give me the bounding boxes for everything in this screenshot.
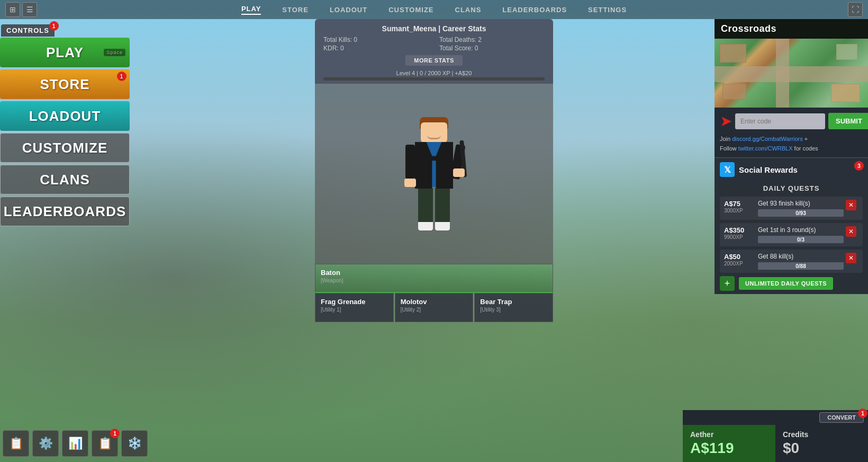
unlimited-quests-button[interactable]: UNLIMITED DAILY QUESTS: [739, 277, 833, 290]
menu-icon[interactable]: ☰: [22, 2, 37, 17]
quest-2-desc: Get 1st in 3 round(s): [758, 226, 844, 234]
code-submit-button[interactable]: SUBMIT: [828, 113, 868, 129]
quest-2-reward: A$350: [724, 226, 756, 234]
nav-play[interactable]: PLAY: [241, 5, 261, 15]
char-right-foot: [435, 222, 450, 230]
char-left-arm: [405, 145, 415, 179]
quest-3-close-button[interactable]: ✕: [846, 253, 856, 263]
total-score: Total Score: 0: [439, 45, 545, 52]
quest-1-progress-bar: 0/93: [758, 209, 844, 217]
quest-2-details: Get 1st in 3 round(s) 0/3: [758, 226, 844, 243]
map-building-1: [720, 44, 746, 63]
settings-icon[interactable]: ⚙️: [32, 430, 59, 457]
nav-clans[interactable]: CLANS: [455, 6, 482, 14]
top-nav-right-icons: ⛶: [848, 2, 863, 17]
aether-label: Aether: [690, 430, 768, 439]
more-stats-button[interactable]: MORE STATS: [405, 55, 462, 66]
loadout-badge: 1: [110, 429, 120, 438]
char-smile: [427, 135, 441, 139]
weapon-slot-main[interactable]: Baton [Weapon]: [315, 264, 553, 293]
join-text: Join: [720, 136, 732, 142]
map-building-2: [836, 44, 857, 60]
kdr: KDR: 0: [323, 45, 429, 52]
quest-3-xp: 2000XP: [724, 261, 756, 266]
utility-slot-3[interactable]: Bear Trap [Utility 3]: [474, 293, 553, 322]
quest-2-reward-area: A$350 9900XP: [724, 226, 756, 240]
utility2-name: Molotov: [401, 298, 468, 306]
code-area: ➤ SUBMIT: [715, 108, 868, 132]
map-image: [715, 39, 868, 108]
social-rewards-badge: 3: [854, 161, 864, 171]
play-button[interactable]: PLAY Space: [0, 38, 130, 67]
stats-grid: Total Kills: 0 Total Deaths: 2 KDR: 0 To…: [323, 36, 545, 52]
leaderboards-button[interactable]: LEADERBOARDS: [0, 197, 130, 226]
top-nav: ⊞ ☰ PLAY STORE LOADOUT CUSTOMIZE CLANS L…: [0, 0, 868, 19]
clans-button[interactable]: CLANS: [0, 165, 130, 194]
for-codes-text: for codes: [793, 145, 818, 152]
store-badge: 1: [117, 72, 126, 81]
utility1-name: Frag Grenade: [321, 298, 388, 306]
currency-row: Aether A$119 Credits $0: [683, 425, 868, 462]
store-button[interactable]: STORE 1: [0, 69, 130, 99]
char-right-leg: [435, 188, 450, 230]
controls-label: CONTROLS 1: [1, 24, 55, 37]
nav-loadout[interactable]: LOADOUT: [330, 6, 367, 14]
char-right-hand: [453, 168, 465, 177]
daily-quests: DAILY QUESTS A$75 3000XP Get 93 finish k…: [715, 181, 868, 294]
nav-store[interactable]: STORE: [282, 6, 309, 14]
right-panel: Crossroads ➤ SUBMIT Join discord.gg/Comb…: [715, 19, 868, 294]
add-quest-button[interactable]: +: [720, 276, 735, 291]
credits-box: Credits $0: [775, 425, 868, 462]
roblox-icon[interactable]: ⊞: [5, 2, 20, 17]
loadout-button[interactable]: LOADOUT: [0, 101, 130, 131]
loadout-icon-btn[interactable]: 📋 1: [92, 430, 118, 457]
top-nav-left-icons: ⊞ ☰: [5, 2, 37, 17]
convert-badge: 1: [858, 408, 867, 418]
controls-badge: 1: [49, 21, 59, 31]
daily-quests-title: DAILY QUESTS: [720, 184, 863, 192]
quest-2-xp: 9900XP: [724, 234, 756, 240]
nav-leaderboards[interactable]: LEADERBOARDS: [502, 6, 567, 14]
quest-1-close-button[interactable]: ✕: [846, 200, 856, 210]
utility2-type: [Utility 2]: [401, 307, 468, 313]
social-rewards-title: Social Rewards: [739, 165, 798, 174]
quest-3-reward: A$50: [724, 253, 756, 261]
utility-slot-2[interactable]: Molotov [Utility 2]: [395, 293, 474, 322]
discord-link[interactable]: discord.gg/CombatWarriors: [732, 136, 802, 142]
twitter-link[interactable]: twitter.com/CWRBLX: [738, 145, 793, 152]
map-preview: Crossroads: [715, 19, 868, 108]
map-road-h: [715, 66, 868, 82]
level-info: Level 4 | 0 / 2000 XP | +A$20: [396, 70, 472, 76]
weapon-type: [Weapon]: [321, 278, 547, 283]
stats-header: Sumant_Meena | Career Stats Total Kills:…: [315, 19, 553, 84]
code-input[interactable]: [735, 113, 825, 129]
convert-area: CONVERT 1: [683, 410, 868, 425]
snowflake-icon[interactable]: ❄️: [121, 430, 148, 457]
char-left-foot: [418, 222, 433, 230]
journal-icon[interactable]: 📋: [3, 430, 29, 457]
quest-2-close-button[interactable]: ✕: [846, 226, 856, 237]
xp-bar-area: Level 4 | 0 / 2000 XP | +A$20: [323, 70, 545, 81]
convert-button[interactable]: CONVERT 1: [819, 412, 864, 423]
credits-value: $0: [783, 440, 861, 457]
credits-label: Credits: [783, 430, 861, 439]
quest-1-details: Get 93 finish kill(s) 0/93: [758, 200, 844, 217]
nav-customize[interactable]: CUSTOMIZE: [388, 6, 433, 14]
nav-settings[interactable]: SETTINGS: [588, 6, 627, 14]
utility-slot-1[interactable]: Frag Grenade [Utility 1]: [315, 293, 394, 322]
stats-title: Sumant_Meena | Career Stats: [323, 24, 545, 33]
char-left-leg: [418, 188, 433, 230]
quest-3-progress-text: 0/88: [758, 262, 844, 270]
main-card: Sumant_Meena | Career Stats Total Kills:…: [315, 19, 553, 322]
character-area: [315, 84, 553, 264]
quest-item-2: A$350 9900XP Get 1st in 3 round(s) 0/3 ✕: [720, 223, 863, 246]
twitter-icon: 𝕏: [720, 162, 735, 177]
customize-button[interactable]: CUSTOMIZE: [0, 133, 130, 163]
char-legs: [418, 188, 450, 230]
fullscreen-icon[interactable]: ⛶: [848, 2, 863, 17]
social-area: Join discord.gg/CombatWarriors + Follow …: [715, 132, 868, 157]
stats-icon[interactable]: 📊: [62, 430, 88, 457]
char-left-hand: [404, 179, 416, 187]
quest-item-3: A$50 2000XP Get 88 kill(s) 0/88 ✕: [720, 250, 863, 273]
quest-1-reward: A$75: [724, 200, 756, 208]
